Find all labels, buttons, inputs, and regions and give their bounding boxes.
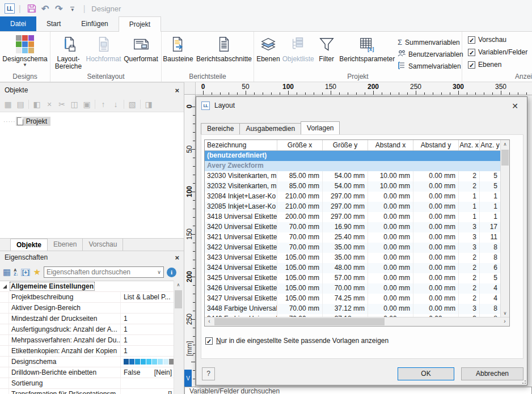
dialog-close-button[interactable]: ✕: [508, 100, 522, 112]
summenvariablen-button[interactable]: Σ Summenvariablen: [395, 36, 462, 48]
property-row[interactable]: Sortierung: [0, 378, 175, 389]
app-logo-icon[interactable]: LL: [5, 3, 15, 14]
move-up-icon[interactable]: ↑: [99, 100, 108, 109]
close-icon[interactable]: ×: [175, 253, 179, 262]
property-row[interactable]: Mehrpassverfahren: Anzahl der Du...1: [0, 335, 175, 346]
cancel-button[interactable]: Abbrechen: [461, 367, 523, 380]
property-row[interactable]: Drilldown-Berichte einbettenFalse[Nein]: [0, 367, 175, 378]
chevron-down-icon[interactable]: ∨: [157, 269, 161, 275]
table-row-selected[interactable]: (benutzerdefiniert): [205, 151, 501, 161]
scroll-up-icon[interactable]: ∧: [501, 140, 509, 149]
variables-vertical-tab[interactable]: V: [184, 370, 192, 387]
scrollbar-thumb[interactable]: [175, 290, 182, 308]
fit-templates-checkbox[interactable]: ✓ Nur in die eingestellte Seite passende…: [205, 337, 389, 345]
table-row[interactable]: 32085 Inkjet+Laser-Ko210.00 mm297.00 mm0…: [205, 202, 501, 212]
scroll-up-icon[interactable]: ∧: [174, 281, 183, 289]
view-checkbox[interactable]: ✓Vorschau: [468, 34, 532, 45]
column-header[interactable]: Größe x: [277, 140, 323, 150]
categorized-view-icon[interactable]: ▦: [3, 267, 11, 277]
sammelvariablen-button[interactable]: Sammelvariablen: [395, 60, 462, 72]
table-row[interactable]: 32030 Visitenkarten, m85.00 mm54.00 mm10…: [205, 171, 501, 181]
table-row[interactable]: 3425 Universal Etikette105.00 mm57.00 mm…: [205, 273, 501, 283]
properties-search-input[interactable]: Eigenschaften durchsuchen ∨: [44, 266, 164, 278]
table-vertical-scrollbar[interactable]: ∧ ∨: [500, 140, 509, 317]
properties-scrollbar[interactable]: ∧: [174, 281, 183, 394]
tab-datei[interactable]: Datei: [0, 16, 36, 31]
table-row[interactable]: 3418 Universal Etikette200.00 mm297.00 m…: [205, 212, 501, 222]
column-header[interactable]: Anz. y: [480, 140, 501, 150]
view-checkbox[interactable]: ✓Ebenen: [468, 59, 532, 70]
scrollbar-thumb[interactable]: [214, 318, 385, 325]
property-row[interactable]: Etikettenkopien: Anzahl der Kopien1: [0, 346, 175, 357]
property-row[interactable]: Aktiver Design-Bereich: [0, 303, 175, 313]
property-row[interactable]: Ausfertigungsdruck: Anzahl der A...1: [0, 324, 175, 335]
scroll-left-icon[interactable]: ‹: [205, 317, 214, 326]
dialog-tab-bereiche[interactable]: Bereiche: [201, 123, 240, 134]
ebenen-button[interactable]: Ebenen: [254, 33, 282, 63]
table-row[interactable]: 3427 Universal Etikette105.00 mm74.25 mm…: [205, 294, 501, 304]
column-header[interactable]: Größe y: [323, 140, 368, 150]
table-row[interactable]: 32032 Visitenkarten, m85.00 mm54.00 mm10…: [205, 181, 501, 192]
expand-all-icon[interactable]: [+]: [21, 269, 31, 276]
panel-tab-vorschau[interactable]: Vorschau: [83, 239, 123, 251]
layout-bereiche-button[interactable]: Layout-Bereiche: [52, 33, 86, 70]
view-checkbox[interactable]: ✓Variablen/Felder: [468, 46, 532, 58]
table-row[interactable]: 3420 Universal Etikette70.00 mm16.90 mm0…: [205, 222, 501, 232]
cut-icon[interactable]: ✂: [57, 100, 66, 109]
scroll-right-icon[interactable]: ›: [500, 317, 509, 326]
tree-item-projekt[interactable]: ····· Projekt: [3, 116, 184, 127]
table-row[interactable]: 3423 Universal Etikette105.00 mm35.00 mm…: [205, 253, 501, 263]
table-row[interactable]: 3426 Universal Etikette105.00 mm70.00 mm…: [205, 283, 501, 294]
redo-button[interactable]: ↷: [53, 2, 65, 15]
column-header[interactable]: Anz. x: [459, 140, 480, 150]
dialog-tab-vorlagen[interactable]: Vorlagen: [301, 121, 340, 134]
tab-einfuegen[interactable]: Einfügen: [71, 16, 118, 31]
delete-icon[interactable]: ×: [45, 100, 54, 109]
property-row[interactable]: Transformation für Präsentationsm[]: [0, 389, 175, 394]
property-row[interactable]: Designschema: [0, 357, 175, 367]
column-header[interactable]: Bezeichnung: [205, 140, 277, 150]
table-row[interactable]: 3448 Farbige Universal70.00 mm37.12 mm0.…: [205, 304, 501, 314]
dialog-tab-ausgabemedien[interactable]: Ausgabemedien: [239, 123, 301, 134]
copy-icon[interactable]: ◫: [70, 100, 79, 109]
table-row-category[interactable]: Avery Zweckform: [205, 161, 501, 171]
property-row[interactable]: ProjektbeschreibungList & Label P...: [0, 292, 175, 303]
column-header[interactable]: Abstand y: [413, 140, 459, 150]
scroll-down-icon[interactable]: ∨: [501, 309, 509, 317]
panel-tab-objekte[interactable]: Objekte: [10, 239, 48, 251]
benutzervariablen-button[interactable]: Benutzervariablen: [395, 48, 462, 60]
quick-access-dropdown[interactable]: ▾: [66, 2, 79, 15]
table-row[interactable]: 3421 Universal Etikette70.00 mm25.40 mm0…: [205, 232, 501, 243]
help-button[interactable]: ?: [202, 367, 215, 380]
berichtsabschnitte-button[interactable]: Berichtsabschnitte: [195, 33, 254, 63]
favorites-star-icon[interactable]: ★: [33, 267, 40, 277]
insert-table-icon[interactable]: ▦: [3, 100, 12, 109]
insert-crosstab-icon[interactable]: ▤: [16, 100, 25, 109]
paste-icon[interactable]: ▣: [82, 100, 91, 109]
dialog-icon[interactable]: ◨: [144, 100, 153, 109]
table-horizontal-scrollbar[interactable]: ‹ ›: [205, 317, 509, 326]
resize-grip[interactable]: [520, 378, 526, 384]
tab-start[interactable]: Start: [36, 16, 71, 31]
property-group-header[interactable]: Allgemeine Einstellungen: [0, 281, 175, 292]
berichtsparameter-button[interactable]: [x] Berichtsparameter: [339, 33, 395, 63]
panel-tab-ebenen[interactable]: Ebenen: [48, 239, 83, 251]
ok-button[interactable]: OK: [398, 367, 454, 380]
filter-button[interactable]: Filter: [314, 33, 339, 63]
assistant-icon[interactable]: ▧: [128, 100, 137, 109]
table-row[interactable]: 32084 Inkjet+Laser-Ko210.00 mm297.00 mm0…: [205, 192, 501, 202]
close-icon[interactable]: ×: [175, 86, 179, 95]
sort-alphabetical-icon[interactable]: AZ↓: [14, 268, 18, 276]
property-row[interactable]: Mindestzahl der Druckseiten1: [0, 313, 175, 324]
info-icon[interactable]: i: [167, 268, 176, 277]
querformat-button[interactable]: Querformat: [122, 33, 161, 63]
undo-button[interactable]: ↶: [39, 2, 52, 15]
properties-icon[interactable]: ◧: [32, 100, 41, 109]
tab-projekt[interactable]: Projekt: [119, 16, 161, 32]
move-down-icon[interactable]: ↓: [111, 100, 120, 109]
bausteine-button[interactable]: Bausteine: [162, 33, 195, 63]
designschema-button[interactable]: Designschema▼: [2, 33, 47, 67]
table-row[interactable]: 3424 Universal Etikette105.00 mm48.00 mm…: [205, 263, 501, 273]
variables-search-input[interactable]: Variablen/Felder durchsuchen: [184, 387, 532, 394]
save-button[interactable]: [26, 2, 38, 15]
